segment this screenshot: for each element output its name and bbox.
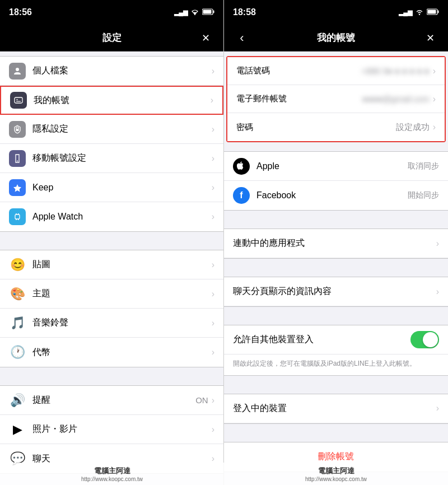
facebook-action[interactable]: 開始同步 — [408, 190, 439, 200]
right-close-button[interactable]: ✕ — [421, 32, 439, 44]
apple-social-icon — [233, 158, 250, 175]
account-item-password[interactable]: 密碼 設定成功 › — [227, 113, 445, 141]
settings-item-my-account[interactable]: 我的帳號 › — [0, 86, 223, 115]
stickers-label: 貼圖 — [32, 259, 212, 271]
password-chevron: › — [433, 122, 436, 132]
password-label: 密碼 — [236, 122, 287, 133]
settings-item-music[interactable]: 🎵 音樂鈴聲 › — [0, 309, 223, 338]
connected-apps-chevron: › — [436, 239, 439, 249]
settings-item-coins[interactable]: 🕐 代幣 › — [0, 338, 223, 367]
email-label: 電子郵件帳號 — [236, 94, 287, 104]
chat-preview-chevron: › — [436, 287, 439, 297]
profile-chevron: › — [212, 66, 214, 76]
divider-r1 — [224, 211, 448, 224]
svg-point-0 — [194, 13, 195, 15]
notifications-icon: 🔊 — [9, 392, 26, 409]
notifications-chevron: › — [212, 395, 214, 405]
left-nav-title: 設定 — [27, 31, 197, 44]
settings-item-profile[interactable]: 個人檔案 › — [0, 57, 223, 86]
mobile-chevron: › — [212, 153, 214, 164]
right-status-bar: 18:58 ▂▄▆ — [224, 0, 448, 25]
left-status-bar: 18:56 ▂▄▆ — [0, 0, 223, 25]
themes-chevron: › — [212, 289, 214, 299]
wifi-icon — [190, 8, 199, 17]
svg-point-9 — [17, 160, 18, 161]
chat-preview-item[interactable]: 聊天分頁顯示的資訊內容 › — [224, 277, 448, 306]
chat-preview-label: 聊天分頁顯示的資訊內容 — [233, 286, 436, 297]
account-item-phone[interactable]: 電話號碼 +886 9● ● ● ● ● ● › — [227, 57, 445, 85]
phone-value: +886 9● ● ● ● ● ● — [287, 66, 430, 76]
connected-apps-item[interactable]: 連動中的應用程式 › — [224, 229, 448, 258]
login-devices-item[interactable]: 登入中的裝置 › — [224, 394, 448, 423]
left-watermark-brand: 電腦主阿達 — [94, 466, 130, 476]
right-content: 電話號碼 +886 9● ● ● ● ● ● › 電子郵件帳號 ●●●●@gma… — [224, 52, 448, 485]
left-time: 18:56 — [9, 7, 32, 17]
allow-login-toggle[interactable] — [410, 331, 439, 348]
svg-rect-5 — [15, 97, 22, 103]
themes-label: 主題 — [32, 288, 212, 300]
account-item-email[interactable]: 電子郵件帳號 ●●●●@gmail.com › — [227, 85, 445, 113]
svg-rect-18 — [438, 10, 439, 13]
settings-item-themes[interactable]: 🎨 主題 › — [0, 279, 223, 309]
right-watermark-url: http://www.koopc.com.tw — [305, 476, 367, 482]
music-label: 音樂鈴聲 — [32, 317, 212, 329]
login-devices-section: 登入中的裝置 › — [224, 394, 448, 424]
left-watermark: 電腦主阿達 http://www.koopc.com.tw — [0, 463, 224, 485]
photos-icon: ▶ — [9, 421, 26, 438]
left-settings-list: 個人檔案 › 我的帳號 › 隱私設定 › — [0, 52, 223, 485]
svg-rect-11 — [15, 214, 20, 219]
privacy-chevron: › — [212, 124, 214, 134]
right-watermark-brand: 電腦主阿達 — [318, 466, 354, 476]
delete-account-label: 刪除帳號 — [318, 451, 354, 463]
right-watermark: 電腦主阿達 http://www.koopc.com.tw — [224, 463, 448, 485]
apple-action[interactable]: 取消同步 — [408, 161, 439, 171]
account-section-highlighted: 電話號碼 +886 9● ● ● ● ● ● › 電子郵件帳號 ●●●●@gma… — [226, 56, 446, 142]
settings-item-mobile[interactable]: 移動帳號設定 › — [0, 144, 223, 173]
allow-login-label: 允許自其他裝置登入 — [233, 334, 410, 346]
themes-icon: 🎨 — [9, 286, 26, 302]
email-chevron: › — [433, 94, 436, 104]
right-time: 18:58 — [233, 7, 256, 17]
social-item-apple[interactable]: Apple 取消同步 — [224, 152, 448, 181]
photos-chevron: › — [212, 425, 214, 435]
settings-group-misc: 🔊 提醒 ON › ▶ 照片・影片 › 💬 聊天 › — [0, 385, 223, 474]
settings-item-keep[interactable]: Keep › — [0, 173, 223, 202]
right-signal-icon: ▂▄▆ — [399, 9, 412, 16]
stickers-icon: 😊 — [9, 257, 26, 273]
facebook-label: Facebook — [256, 190, 408, 200]
email-value: ●●●●@gmail.com — [287, 94, 430, 104]
privacy-label: 隱私設定 — [32, 123, 212, 135]
keep-chevron: › — [212, 183, 214, 193]
left-close-button[interactable]: ✕ — [197, 32, 214, 44]
allow-login-item: 允許自其他裝置登入 — [224, 325, 448, 355]
settings-item-stickers[interactable]: 😊 貼圖 › — [0, 250, 223, 279]
divider-r3 — [224, 307, 448, 320]
coins-label: 代幣 — [32, 347, 212, 358]
privacy-icon — [9, 121, 26, 138]
notifications-value: ON — [195, 395, 208, 405]
left-status-icons: ▂▄▆ — [174, 8, 214, 17]
svg-point-16 — [419, 13, 420, 15]
allow-login-section: 允許自其他裝置登入 開啟此設定後，您可在電腦版及iPad版的LINE上登入此帳號… — [224, 325, 448, 376]
signal-icon: ▂▄▆ — [174, 9, 188, 16]
settings-item-photos[interactable]: ▶ 照片・影片 › — [0, 415, 223, 444]
settings-item-privacy[interactable]: 隱私設定 › — [0, 115, 223, 144]
svg-rect-2 — [213, 10, 214, 13]
profile-icon — [9, 63, 26, 80]
my-account-icon — [10, 92, 27, 109]
svg-rect-3 — [203, 10, 212, 13]
svg-point-4 — [16, 68, 19, 71]
password-value: 設定成功 — [287, 122, 430, 133]
facebook-social-icon: f — [233, 187, 250, 204]
right-back-button[interactable]: ‹ — [233, 31, 251, 45]
profile-label: 個人檔案 — [32, 65, 212, 77]
left-watermark-url: http://www.koopc.com.tw — [81, 476, 143, 482]
keep-label: Keep — [32, 183, 212, 193]
phone-label: 電話號碼 — [236, 66, 287, 76]
social-item-facebook[interactable]: f Facebook 開始同步 — [224, 181, 448, 210]
settings-item-apple-watch[interactable]: Apple Watch › — [0, 202, 223, 231]
settings-item-notifications[interactable]: 🔊 提醒 ON › — [0, 386, 223, 415]
connected-apps-section: 連動中的應用程式 › — [224, 228, 448, 259]
apple-watch-icon — [9, 208, 26, 225]
right-battery-icon — [427, 8, 439, 17]
